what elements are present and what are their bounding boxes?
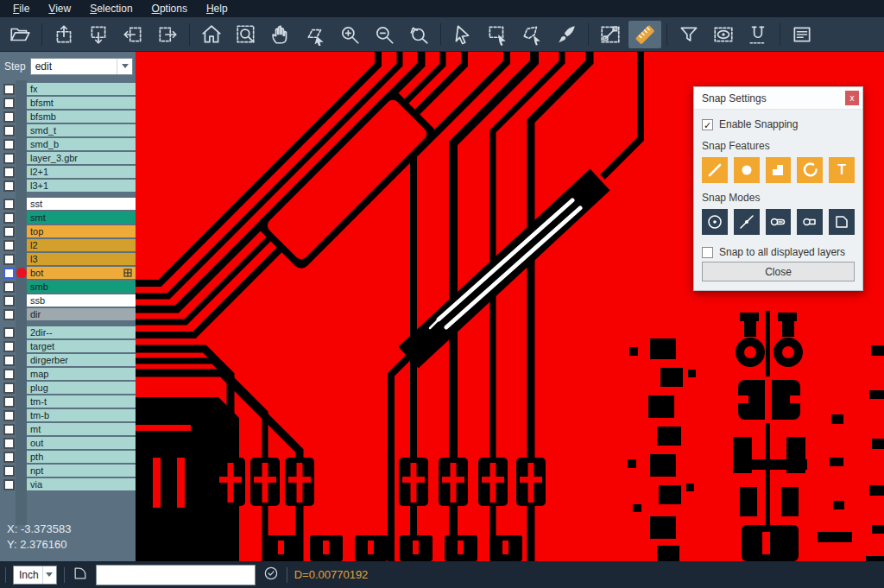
ruler-tool-button[interactable] (628, 21, 661, 48)
enable-snapping-checkbox[interactable]: ✓ (702, 119, 713, 130)
layer-name[interactable]: smt (27, 212, 136, 224)
layer-visibility-checkbox[interactable] (3, 139, 15, 150)
layer-visibility-checkbox[interactable] (3, 465, 15, 477)
layer-row[interactable]: fx (0, 82, 136, 96)
layer-visibility-checkbox[interactable] (3, 212, 15, 224)
layer-name[interactable]: smd_t (27, 124, 136, 136)
layer-name[interactable]: layer_3.gbr (27, 152, 136, 164)
unit-dropdown[interactable]: Inch (13, 566, 57, 585)
snap-feature-line-button[interactable] (702, 157, 728, 183)
pan-hand-button[interactable] (264, 21, 297, 48)
layer-name[interactable]: pth (27, 451, 136, 463)
layer-visibility-checkbox[interactable] (3, 438, 15, 449)
snap-feature-arc-button[interactable] (797, 157, 823, 183)
layer-visibility-checkbox[interactable] (3, 355, 15, 366)
snap-feature-text-button[interactable]: T (829, 157, 855, 183)
layer-name[interactable]: mt (27, 423, 136, 435)
layer-row[interactable]: plug (0, 381, 136, 395)
layer-row[interactable]: out (0, 436, 136, 450)
layer-name[interactable]: plug (27, 382, 136, 394)
layer-visibility-checkbox[interactable] (3, 84, 15, 95)
circle-check-icon[interactable] (262, 565, 280, 585)
layer-row[interactable]: smb (0, 280, 136, 294)
layer-visibility-checkbox[interactable] (3, 111, 15, 123)
layer-name[interactable]: top (27, 225, 136, 237)
layer-name[interactable]: bfsmb (27, 111, 136, 123)
snap-mode-slot-center-button[interactable] (766, 209, 792, 235)
zoom-out-button[interactable] (368, 21, 401, 48)
filter-button[interactable] (672, 21, 705, 48)
layer-row[interactable]: ssb (0, 294, 136, 307)
layer-visibility-checkbox[interactable] (3, 424, 15, 435)
snap-feature-surface-button[interactable] (766, 157, 792, 183)
layer-name[interactable]: target (27, 340, 136, 352)
layer-visibility-checkbox[interactable] (3, 167, 15, 178)
layer-row[interactable]: l3+1 (0, 179, 136, 193)
close-icon[interactable]: x (845, 91, 859, 105)
menu-file[interactable]: File (3, 1, 39, 16)
layer-row[interactable]: dirgerber (0, 353, 136, 367)
menu-help[interactable]: Help (197, 1, 237, 16)
command-input[interactable] (96, 565, 256, 585)
layer-visibility-checkbox[interactable] (3, 410, 15, 421)
layer-name[interactable]: dirgerber (27, 354, 136, 366)
layer-row[interactable]: smd_b (0, 137, 136, 151)
layer-name[interactable]: tm-b (27, 409, 136, 421)
layer-visibility-checkbox[interactable] (3, 383, 15, 394)
layer-name[interactable]: bot (27, 267, 136, 279)
pcb-canvas[interactable]: Snap Settings x ✓ Enable Snapping Snap F… (136, 52, 884, 561)
pan-down-button[interactable] (82, 21, 115, 48)
layer-row[interactable]: l2+1 (0, 165, 136, 179)
measure-line-button[interactable] (594, 21, 627, 48)
layer-name[interactable]: smd_b (27, 138, 136, 150)
dialog-titlebar[interactable]: Snap Settings x (694, 87, 862, 110)
layer-visibility-checkbox[interactable] (3, 98, 15, 109)
layer-row[interactable]: layer_3.gbr (0, 151, 136, 165)
layer-row[interactable]: bfsmt (0, 96, 136, 110)
open-file-button[interactable] (3, 21, 36, 48)
layer-row[interactable]: via (0, 477, 136, 491)
layer-visibility-checkbox[interactable] (3, 369, 15, 380)
layer-visibility-checkbox[interactable] (3, 327, 15, 338)
select-poly-button[interactable] (515, 21, 548, 48)
layer-visibility-checkbox[interactable] (3, 341, 15, 352)
corner-angle-icon[interactable] (72, 565, 89, 585)
snap-mode-corner-button[interactable] (829, 209, 855, 235)
layer-name[interactable]: bfsmt (27, 97, 136, 109)
layer-visibility-checkbox[interactable] (3, 295, 15, 307)
layer-name[interactable]: sst (27, 198, 136, 210)
layer-visibility-checkbox[interactable] (3, 452, 15, 463)
layer-visibility-checkbox[interactable] (3, 268, 15, 279)
layer-row[interactable]: map (0, 367, 136, 381)
clean-brush-button[interactable] (550, 21, 583, 48)
layer-name[interactable]: 2dir-- (27, 326, 136, 338)
snap-magnet-button[interactable] (742, 21, 774, 48)
layer-row[interactable]: tm-b (0, 408, 136, 422)
layer-row[interactable]: dir (0, 307, 136, 321)
layer-row[interactable]: top (0, 224, 136, 238)
snap-mode-slot-end-button[interactable] (797, 209, 823, 235)
layer-name[interactable]: map (27, 368, 136, 380)
layer-name[interactable]: l3+1 (27, 180, 136, 192)
layer-visibility-checkbox[interactable] (3, 153, 15, 164)
layer-name[interactable]: via (27, 478, 136, 490)
layer-name[interactable]: npt (27, 465, 136, 477)
layer-visibility-checkbox[interactable] (3, 240, 15, 251)
layer-visibility-checkbox[interactable] (3, 396, 15, 408)
layer-name[interactable]: dir (27, 308, 136, 320)
layer-name[interactable]: ssb (27, 294, 136, 307)
zoom-in-button[interactable] (333, 21, 366, 48)
step-dropdown[interactable]: edit (30, 58, 133, 75)
layer-row[interactable]: smt (0, 211, 136, 224)
snap-feature-pad-button[interactable] (734, 157, 760, 183)
select-tool-button[interactable] (446, 21, 479, 48)
dialog-close-button[interactable]: Close (702, 262, 855, 281)
menu-view[interactable]: View (39, 1, 80, 16)
pan-left-button[interactable] (117, 21, 149, 48)
snap-all-layers-checkbox[interactable] (702, 247, 713, 258)
layer-visibility-checkbox[interactable] (3, 479, 15, 490)
show-selection-button[interactable] (707, 21, 740, 48)
zoom-region-button[interactable] (230, 21, 262, 48)
pan-up-button[interactable] (47, 21, 80, 48)
layer-name[interactable]: l2+1 (27, 166, 136, 178)
